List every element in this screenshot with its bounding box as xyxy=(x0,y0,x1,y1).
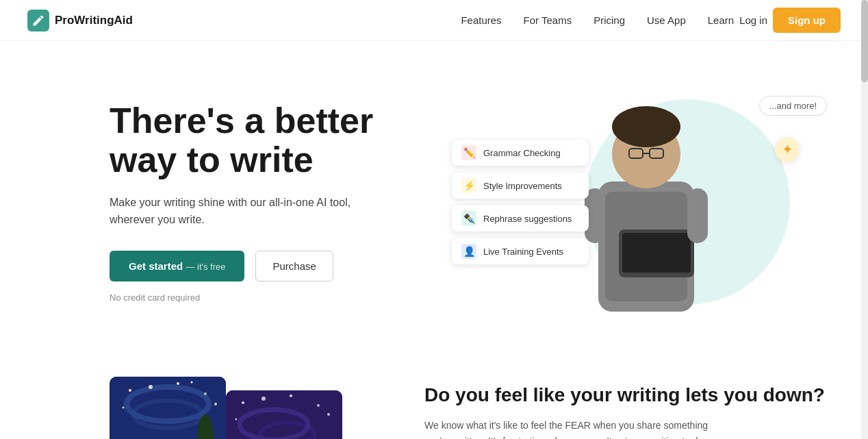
bottom-title: Do you feel like your writing lets you d… xyxy=(424,384,841,407)
feature-cards: ✏️ Grammar Checking ⚡ Style Improvements… xyxy=(452,140,589,264)
feature-card-style: ⚡ Style Improvements xyxy=(452,173,589,199)
svg-rect-10 xyxy=(687,188,708,243)
navbar: ProWritingAid Features For Teams Pricing… xyxy=(0,0,868,41)
style-icon: ⚡ xyxy=(461,178,476,193)
scrollbar[interactable] xyxy=(861,0,868,439)
feature-card-grammar: ✏️ Grammar Checking xyxy=(452,140,589,166)
hero-visual: ✏️ Grammar Checking ⚡ Style Improvements… xyxy=(452,82,841,322)
hero-subtitle: Make your writing shine with our all-in-… xyxy=(110,194,370,229)
logo-svg xyxy=(31,14,45,27)
rephrase-icon: ✒️ xyxy=(461,211,476,226)
svg-point-32 xyxy=(327,413,330,416)
feature-card-rephrase: ✒️ Rephrase suggestions xyxy=(452,205,589,231)
starry-night-2 xyxy=(226,390,342,439)
hero-buttons: Get started — it's free Purchase xyxy=(110,251,452,281)
svg-point-27 xyxy=(242,401,244,404)
bottom-section: My idea in my head Do you feel like your… xyxy=(0,349,868,439)
svg-point-28 xyxy=(261,397,266,401)
svg-rect-8 xyxy=(622,233,691,273)
svg-point-2 xyxy=(612,106,680,147)
scrollbar-thumb[interactable] xyxy=(861,0,868,82)
hero-section: There's a better way to write Make your … xyxy=(0,41,868,349)
hero-title: There's a better way to write xyxy=(110,101,452,179)
hero-person-illustration xyxy=(564,92,728,312)
signup-button[interactable]: Sign up xyxy=(773,8,841,33)
person-svg xyxy=(564,92,728,312)
svg-point-15 xyxy=(149,385,153,389)
logo-icon xyxy=(27,10,49,32)
nav-links: Features For Teams Pricing Use App Learn xyxy=(461,14,734,27)
nav-item-learn[interactable]: Learn xyxy=(708,14,734,27)
svg-point-19 xyxy=(214,403,217,405)
svg-point-14 xyxy=(129,389,131,392)
svg-point-16 xyxy=(177,382,179,385)
hero-text: There's a better way to write Make your … xyxy=(110,101,452,303)
more-bubble: ...and more! xyxy=(759,96,827,116)
svg-point-29 xyxy=(290,394,292,397)
nav-logo[interactable]: ProWritingAid xyxy=(27,10,133,32)
purchase-button[interactable]: Purchase xyxy=(255,251,333,281)
nav-item-features[interactable]: Features xyxy=(461,14,501,27)
svg-point-31 xyxy=(235,418,238,421)
brand-name: ProWritingAid xyxy=(55,14,133,27)
image-card-2: My idea in my head xyxy=(226,390,342,439)
svg-point-20 xyxy=(191,381,193,384)
bottom-body: We know what it's like to feel the FEAR … xyxy=(424,418,712,439)
feature-card-training: 👤 Live Training Events xyxy=(452,238,589,264)
bottom-text: Do you feel like your writing lets you d… xyxy=(424,377,841,439)
bottom-images: My idea in my head xyxy=(110,377,370,439)
nav-item-pricing[interactable]: Pricing xyxy=(593,14,625,27)
nav-item-use-app[interactable]: Use App xyxy=(647,14,686,27)
nav-item-for-teams[interactable]: For Teams xyxy=(524,14,572,27)
training-icon: 👤 xyxy=(461,244,476,259)
login-button[interactable]: Log in xyxy=(739,14,767,26)
starry-night-1 xyxy=(110,377,226,439)
svg-point-18 xyxy=(123,407,125,409)
svg-point-17 xyxy=(204,392,207,395)
svg-point-30 xyxy=(317,404,320,407)
get-started-button[interactable]: Get started — it's free xyxy=(110,251,244,281)
grammar-icon: ✏️ xyxy=(461,145,476,160)
no-credit-card-text: No credit card required xyxy=(110,292,452,303)
image-card-1 xyxy=(110,377,226,439)
sparkle-badge: ✦ xyxy=(775,137,800,162)
